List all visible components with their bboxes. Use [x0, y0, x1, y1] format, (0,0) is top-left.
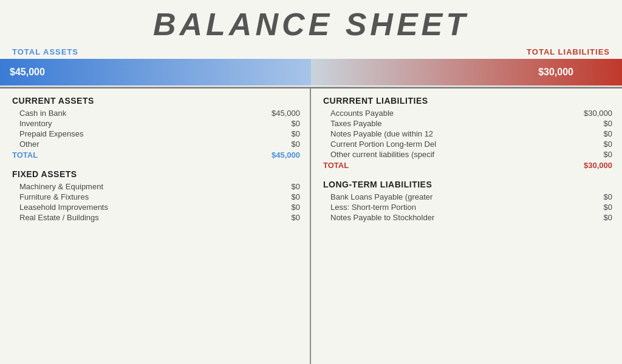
current-assets-total: TOTAL $45,000 — [12, 149, 300, 161]
item-label: Leasehold Improvements — [19, 203, 258, 212]
item-label: Other — [19, 140, 258, 149]
item-value: $0 — [570, 140, 612, 149]
bar-container: $45,000 $30,000 — [0, 59, 622, 86]
right-panel: CURRRENT LIABILITIES Accounts Payable$30… — [311, 89, 622, 364]
item-label: Bank Loans Payable (greater — [330, 192, 570, 201]
item-value: $0 — [258, 213, 300, 222]
long-term-liabilities-title: LONG-TERM LIABILITIES — [323, 180, 612, 189]
balance-sheet-page: BALANCE SHEET TOTAL ASSETS TOTAL LIABILI… — [0, 0, 622, 364]
list-item: Bank Loans Payable (greater$0 — [323, 192, 612, 202]
liabilities-bar-value: $30,000 — [538, 67, 573, 78]
list-item: Inventory$0 — [12, 118, 300, 129]
item-label: Notes Payable to Stockholder — [330, 213, 570, 222]
current-assets-total-value: $45,000 — [258, 150, 300, 160]
total-assets-label: TOTAL ASSETS — [12, 47, 78, 56]
left-panel: CURRENT ASSETS Cash in Bank$45,000Invent… — [0, 89, 311, 364]
list-item: Machinery & Equipment$0 — [12, 181, 300, 192]
item-value: $0 — [570, 119, 612, 128]
list-item: Current Portion Long-term Del$0 — [323, 139, 612, 149]
list-item: Accounts Payable$30,000 — [323, 108, 612, 118]
list-item: Less: Short-term Portion$0 — [323, 202, 612, 212]
item-value: $0 — [570, 213, 612, 222]
gap2 — [323, 171, 612, 180]
assets-bar-value: $45,000 — [10, 67, 45, 78]
fixed-assets-list: Machinery & Equipment$0Furniture & Fixtu… — [12, 181, 300, 223]
list-item: Prepaid Expenses$0 — [12, 129, 300, 139]
item-value: $0 — [258, 182, 300, 191]
item-label: Current Portion Long-term Del — [330, 140, 570, 149]
current-assets-total-label: TOTAL — [12, 150, 38, 160]
item-label: Other current liabilities (specif — [330, 150, 570, 159]
item-value: $0 — [258, 203, 300, 212]
current-assets-list: Cash in Bank$45,000Inventory$0Prepaid Ex… — [12, 108, 300, 149]
list-item: Leasehold Improvements$0 — [12, 202, 300, 212]
list-item: Taxes Payable$0 — [323, 118, 612, 129]
item-label: Taxes Payable — [330, 119, 570, 128]
gap1 — [12, 161, 300, 169]
total-liabilities-label: TOTAL LIABILITIES — [527, 47, 610, 56]
current-assets-title: CURRENT ASSETS — [12, 96, 300, 106]
item-value: $0 — [258, 129, 300, 138]
list-item: Real Estate / Buildings$0 — [12, 212, 300, 223]
page-header: BALANCE SHEET — [0, 0, 622, 46]
item-label: Machinery & Equipment — [19, 182, 258, 191]
list-item: Cash in Bank$45,000 — [12, 108, 300, 118]
list-item: Notes Payable (due within 12$0 — [323, 129, 612, 139]
current-liabilities-total: TOTAL $30,000 — [323, 160, 612, 171]
current-liabilities-title: CURRRENT LIABILITIES — [323, 96, 612, 106]
current-liabilities-total-value: $30,000 — [570, 161, 612, 170]
fixed-assets-title: FIXED ASSETS — [12, 169, 300, 179]
item-label: Cash in Bank — [19, 109, 258, 118]
item-value: $0 — [570, 203, 612, 212]
page-title: BALANCE SHEET — [0, 6, 622, 42]
liabilities-bar: $30,000 — [311, 59, 622, 86]
item-value: $0 — [570, 192, 612, 201]
current-liabilities-total-label: TOTAL — [323, 161, 349, 170]
item-value: $0 — [258, 119, 300, 128]
list-item: Other$0 — [12, 139, 300, 149]
main-content: CURRENT ASSETS Cash in Bank$45,000Invent… — [0, 89, 622, 364]
item-label: Accounts Payable — [330, 109, 570, 118]
list-item: Notes Payable to Stockholder$0 — [323, 212, 612, 223]
item-label: Inventory — [19, 119, 258, 128]
item-value: $45,000 — [258, 109, 300, 118]
current-liabilities-list: Accounts Payable$30,000Taxes Payable$0No… — [323, 108, 612, 160]
long-term-liabilities-list: Bank Loans Payable (greater$0Less: Short… — [323, 192, 612, 223]
item-label: Prepaid Expenses — [19, 129, 258, 138]
list-item: Other current liabilities (specif$0 — [323, 149, 612, 160]
item-value: $0 — [570, 150, 612, 159]
item-label: Notes Payable (due within 12 — [330, 129, 570, 138]
item-label: Furniture & Fixtures — [19, 192, 258, 201]
item-label: Less: Short-term Portion — [330, 203, 570, 212]
item-value: $0 — [570, 129, 612, 138]
list-item: Furniture & Fixtures$0 — [12, 192, 300, 202]
item-label: Real Estate / Buildings — [19, 213, 258, 222]
item-value: $0 — [258, 192, 300, 201]
assets-bar: $45,000 — [0, 59, 311, 86]
item-value: $30,000 — [570, 109, 612, 118]
totals-row: TOTAL ASSETS TOTAL LIABILITIES — [0, 46, 622, 58]
item-value: $0 — [258, 140, 300, 149]
